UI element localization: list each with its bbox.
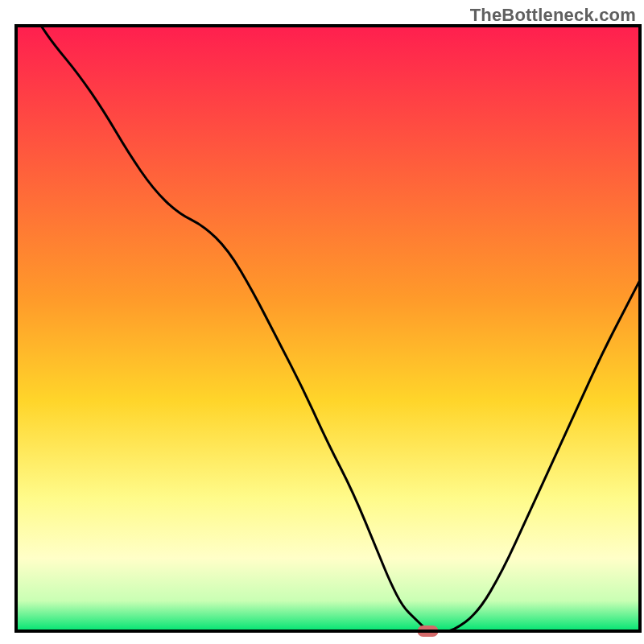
bottleneck-chart [0, 0, 644, 644]
chart-container: TheBottleneck.com [0, 0, 644, 644]
chart-background [16, 26, 640, 631]
